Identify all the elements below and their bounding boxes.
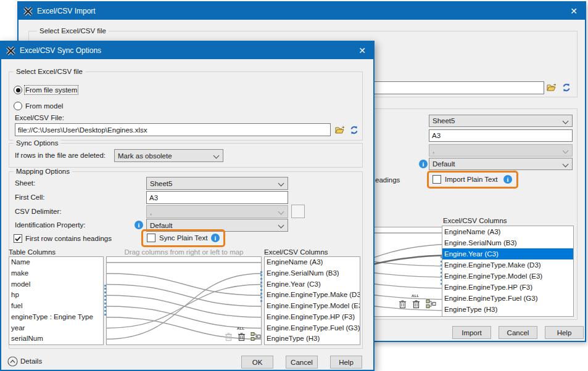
list-item[interactable]: EngineType (H3) (265, 333, 360, 344)
details-chevron-up-icon[interactable] (7, 356, 18, 367)
cancel-button-label: Cancel (507, 329, 529, 336)
list-item[interactable]: engineType : Engine Type (9, 312, 103, 323)
import-button-label: Import (462, 329, 482, 336)
refresh-icon[interactable] (561, 83, 571, 92)
list-item[interactable]: serialNum (9, 333, 103, 344)
list-item[interactable]: EngineName (A3) (442, 226, 573, 237)
delete-mapping-icon[interactable] (399, 300, 407, 309)
radio-from-file-system[interactable] (14, 86, 22, 94)
identification-info-icon[interactable]: i (135, 221, 143, 229)
list-drag-handle[interactable] (260, 271, 263, 302)
list-drag-handle[interactable] (104, 285, 107, 316)
sync-plain-text-checkbox[interactable] (147, 234, 155, 242)
import-excel-columns-list[interactable]: EngineName (A3)Engine.SerialNum (B3)Engi… (442, 226, 574, 317)
sync-plain-text-info-icon[interactable]: i (211, 234, 220, 242)
map-by-name-icon[interactable] (251, 332, 261, 341)
import-identification-select[interactable]: Default (429, 158, 573, 170)
help-button-label: Help (557, 329, 572, 336)
list-item[interactable]: Engine.EngineType.Make (D3) (265, 290, 360, 301)
import-headings-label-fragment: eadings (375, 176, 400, 184)
deleted-rows-value: Mark as obsolete (118, 152, 172, 160)
sheet-value: Sheet5 (150, 180, 172, 187)
mapping-canvas[interactable]: ALL (106, 256, 262, 345)
import-button[interactable]: Import (452, 326, 491, 339)
open-folder-icon[interactable] (335, 125, 345, 135)
table-columns-label: Table Columns (9, 248, 56, 256)
import-sheet-select[interactable]: Sheet5 (429, 115, 573, 127)
excel-csv-sync-options-dialog: Excel/CSV Sync Options ✕ Select Excel/CS… (0, 41, 375, 371)
sync-dialog-titlebar: Excel/CSV Sync Options ✕ (1, 42, 373, 59)
first-row-headings-checkbox[interactable] (14, 234, 22, 243)
delete-all-mappings-icon[interactable] (412, 300, 420, 309)
open-folder-icon[interactable] (547, 83, 557, 92)
list-item[interactable]: model (9, 279, 103, 290)
chevron-down-icon (278, 222, 284, 229)
close-icon[interactable]: ✕ (568, 6, 580, 16)
file-path-input[interactable]: file://C:\Users\User\Desktop\Engines.xls… (15, 123, 331, 136)
chevron-down-icon (213, 153, 220, 159)
list-item[interactable]: EngineName (A3) (265, 257, 360, 268)
list-item[interactable]: Engine.Year (C3) (265, 279, 360, 290)
list-item[interactable]: Engine.EngineType.Make (D3) (442, 259, 573, 271)
radio-from-model[interactable] (14, 102, 22, 110)
cancel-button[interactable]: Cancel (286, 356, 318, 369)
first-row-headings-label[interactable]: First row contains headings (25, 235, 112, 242)
list-item[interactable]: Engine.EngineType.Model (E3) (265, 301, 360, 312)
list-item[interactable]: fuel (9, 301, 103, 312)
mapping-curve (107, 306, 262, 328)
chevron-down-icon (563, 161, 569, 168)
csv-delimiter-label: CSV Delimiter: (15, 208, 61, 215)
table-columns-list[interactable]: NamemakemodelhpfuelengineType : Engine T… (9, 256, 104, 345)
import-excel-columns-label: Excel/CSV Columns (443, 217, 507, 224)
list-item[interactable]: Engine.Year (C3) (442, 248, 573, 259)
list-item[interactable]: EngineType (H3) (442, 304, 573, 315)
list-item[interactable]: Engine.EngineType.Fuel (G3) (442, 293, 573, 304)
sync-plain-text-label[interactable]: Sync Plain Text (159, 234, 207, 242)
ok-button[interactable]: OK (241, 356, 273, 369)
list-item[interactable]: Engine.SerialNum (B3) (442, 237, 573, 248)
list-item[interactable]: Engine.EngineType.HP (F3) (265, 312, 360, 323)
cancel-button[interactable]: Cancel (499, 326, 537, 339)
delete-all-label: ALL (412, 294, 420, 298)
delete-all-mappings-icon[interactable] (238, 332, 246, 341)
import-first-cell-input[interactable]: A3 (429, 129, 573, 142)
list-item[interactable]: hp (9, 290, 103, 301)
list-item[interactable]: Engine.EngineType.Fuel (G3) (265, 323, 360, 334)
custom-delimiter-box[interactable] (291, 205, 305, 218)
plain-text-info-icon[interactable]: i (503, 175, 512, 184)
sync-options-group-label: Sync Options (14, 139, 60, 147)
close-icon[interactable]: ✕ (356, 46, 368, 55)
first-cell-label: First Cell: (15, 194, 45, 201)
help-button[interactable]: Help (330, 356, 362, 369)
help-button[interactable]: Help (545, 326, 584, 339)
app-logo-icon (6, 46, 15, 55)
file-path-label: Excel/CSV File: (15, 114, 64, 121)
import-plain-text-checkbox[interactable] (433, 175, 441, 184)
radio-from-model-label[interactable]: From model (25, 102, 63, 110)
identification-value: Default (150, 222, 172, 229)
sheet-select[interactable]: Sheet5 (146, 177, 288, 190)
identification-property-label: Identification Property: (15, 221, 85, 229)
sync-select-file-group-label: Select Excel/CSV file (14, 68, 85, 75)
list-item[interactable]: Name (9, 257, 103, 268)
radio-from-file-system-label[interactable]: From file system (25, 86, 77, 94)
details-label[interactable]: Details (20, 357, 42, 365)
list-item[interactable]: Engine.EngineType.HP (F3) (442, 282, 573, 293)
delete-mapping-icon[interactable] (225, 332, 233, 341)
identification-info-icon[interactable]: i (419, 160, 428, 168)
list-item[interactable]: Engine.SerialNum (B3) (265, 268, 360, 279)
list-item[interactable]: year (9, 323, 103, 334)
deleted-rows-select[interactable]: Mark as obsolete (114, 149, 223, 162)
refresh-icon[interactable] (349, 125, 359, 135)
sync-excel-columns-list[interactable]: EngineName (A3)Engine.SerialNum (B3)Engi… (264, 256, 360, 345)
deleted-rows-label: If rows in the file are deleted: (15, 152, 106, 159)
app-logo-icon (23, 7, 33, 16)
map-by-name-icon[interactable] (426, 299, 436, 309)
first-cell-input[interactable]: A3 (146, 191, 288, 204)
import-first-cell-value: A3 (432, 132, 441, 139)
csv-delimiter-select: , (146, 205, 288, 218)
import-identification-value: Default (433, 160, 455, 168)
drag-columns-hint: Drag columns from right or left to map (106, 248, 262, 256)
list-item[interactable]: make (9, 268, 103, 279)
list-item[interactable]: Engine.EngineType.Model (E3) (442, 271, 573, 282)
